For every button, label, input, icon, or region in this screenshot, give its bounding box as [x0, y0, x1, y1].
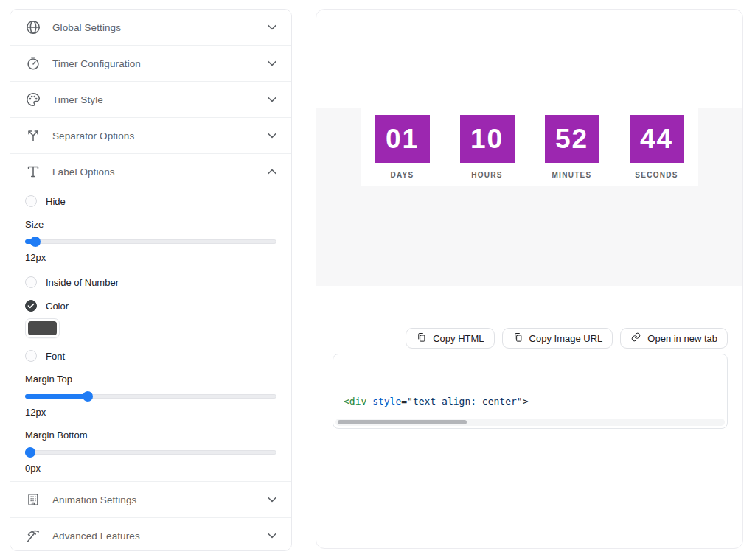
slider-handle[interactable]: [30, 237, 41, 247]
split-arrows-icon: [25, 127, 41, 144]
chevron-down-icon: [268, 60, 276, 66]
size-slider[interactable]: [25, 237, 276, 247]
slider-handle[interactable]: [25, 447, 35, 458]
timer-unit-minutes: 52 MINUTES: [545, 115, 599, 186]
font-checkbox-row[interactable]: Font: [25, 350, 276, 362]
inside-of-number-checkbox-row[interactable]: Inside of Number: [25, 276, 276, 288]
sidebar-item-timer-configuration[interactable]: Timer Configuration: [10, 46, 291, 81]
globe-icon: [25, 19, 41, 35]
timer-unit-hours: 10 HOURS: [460, 115, 515, 186]
sidebar-item-label-options[interactable]: Label Options: [10, 154, 291, 189]
copy-icon: [416, 332, 427, 345]
section-label: Global Settings: [52, 22, 257, 33]
slider-fill: [25, 394, 88, 399]
button-label: Copy Image URL: [529, 333, 603, 344]
margin-bottom-value: 0px: [25, 463, 276, 474]
timer-unit-days: 01 DAYS: [375, 115, 430, 186]
settings-sidebar: Global Settings Timer Configuration Time…: [10, 9, 292, 551]
slider-track[interactable]: [25, 239, 276, 244]
timer-days-value: 01: [375, 115, 430, 163]
color-picker-button[interactable]: [25, 318, 60, 338]
margin-top-slider[interactable]: [25, 391, 276, 402]
chevron-down-icon: [268, 133, 276, 139]
section-label: Timer Style: [52, 94, 257, 105]
slider-track[interactable]: [25, 450, 276, 455]
checkbox-label: Font: [46, 351, 65, 362]
color-checkbox[interactable]: [25, 300, 37, 312]
color-checkbox-row[interactable]: Color: [25, 300, 276, 312]
size-value: 12px: [25, 252, 276, 263]
sidebar-item-advanced-features[interactable]: Advanced Features: [10, 518, 291, 551]
chevron-down-icon: [268, 24, 276, 30]
copy-image-url-button[interactable]: Copy Image URL: [502, 328, 613, 349]
hide-checkbox-row[interactable]: Hide: [25, 195, 276, 207]
stopwatch-icon: [25, 55, 41, 71]
text-icon: [25, 164, 41, 180]
chevron-up-icon: [268, 169, 276, 175]
preview-panel: 01 DAYS 10 HOURS 52 MINUTES 44 SECONDS C…: [316, 9, 743, 549]
button-label: Copy HTML: [433, 333, 484, 344]
link-icon: [630, 332, 641, 345]
code-line: <div style="text-align: center">: [344, 393, 717, 409]
section-label: Timer Configuration: [52, 58, 257, 69]
size-label: Size: [25, 219, 276, 230]
section-label: Advanced Features: [52, 531, 257, 542]
building-icon: [25, 491, 41, 508]
embed-code-snippet: <div style="text-align: center"> <img st…: [333, 354, 728, 429]
palette-icon: [25, 91, 41, 108]
button-label: Open in new tab: [647, 333, 717, 344]
checkbox-label: Hide: [46, 196, 66, 207]
timer-seconds-label: SECONDS: [630, 171, 684, 179]
timer-minutes-value: 52: [545, 115, 599, 163]
sidebar-item-global-settings[interactable]: Global Settings: [10, 10, 291, 45]
pickaxe-icon: [25, 528, 41, 544]
hide-checkbox[interactable]: [25, 195, 37, 207]
open-in-new-tab-button[interactable]: Open in new tab: [620, 328, 728, 349]
margin-bottom-slider[interactable]: [25, 447, 276, 458]
timer-days-label: DAYS: [375, 171, 430, 179]
copy-html-button[interactable]: Copy HTML: [406, 328, 494, 349]
chevron-down-icon: [268, 97, 276, 102]
sidebar-item-timer-style[interactable]: Timer Style: [10, 82, 291, 117]
slider-handle[interactable]: [83, 391, 93, 402]
timer-minutes-label: MINUTES: [545, 171, 599, 179]
color-swatch: [28, 321, 57, 335]
timer-hours-label: HOURS: [460, 171, 515, 179]
chevron-down-icon: [268, 497, 276, 503]
chevron-down-icon: [268, 533, 276, 539]
font-checkbox[interactable]: [25, 350, 37, 362]
checkbox-label: Color: [46, 301, 69, 312]
timer-preview-area: 01 DAYS 10 HOURS 52 MINUTES 44 SECONDS: [316, 108, 742, 286]
sidebar-item-animation-settings[interactable]: Animation Settings: [10, 482, 291, 517]
margin-top-value: 12px: [25, 407, 276, 418]
horizontal-scrollbar[interactable]: [335, 419, 725, 426]
section-label: Label Options: [52, 167, 257, 178]
timer-seconds-value: 44: [630, 115, 684, 163]
checkbox-label: Inside of Number: [46, 277, 119, 288]
timer-widget: 01 DAYS 10 HOURS 52 MINUTES 44 SECONDS: [361, 108, 698, 186]
export-actions: Copy HTML Copy Image URL Open in new tab: [331, 328, 728, 349]
inside-of-number-checkbox[interactable]: [25, 276, 37, 288]
section-label: Separator Options: [52, 130, 257, 141]
margin-bottom-label: Margin Bottom: [25, 430, 276, 441]
margin-top-label: Margin Top: [25, 374, 276, 385]
copy-icon: [512, 332, 523, 345]
scrollbar-thumb[interactable]: [338, 420, 467, 424]
section-label: Animation Settings: [52, 494, 257, 505]
label-options-panel: Hide Size 12px Inside of Number Color Fo…: [10, 189, 291, 481]
timer-unit-seconds: 44 SECONDS: [630, 115, 684, 186]
timer-hours-value: 10: [460, 115, 515, 163]
sidebar-item-separator-options[interactable]: Separator Options: [10, 118, 291, 153]
